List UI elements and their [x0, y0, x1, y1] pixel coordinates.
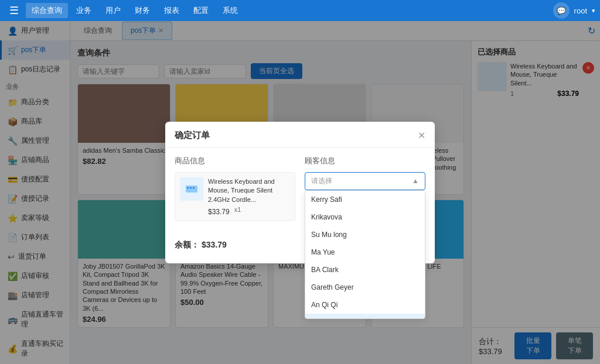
modal-product-qty: x1 [234, 206, 241, 216]
nav-item-财务[interactable]: 财务 [129, 3, 156, 18]
nav-item-报表[interactable]: 报表 [158, 3, 185, 18]
nav-right: 💬 root ▾ [553, 2, 595, 19]
modal-product-price-row: $33.79 x1 [208, 206, 290, 216]
dropdown-option-baclark[interactable]: BA Clark [305, 261, 425, 279]
nav-item-系统[interactable]: 系统 [217, 3, 244, 18]
confirm-order-modal: 确定订单 ✕ 商品信息 Wire [165, 122, 435, 263]
customer-dropdown-container: 请选择 ▲ Kerry Safi Krikavova Su Mu long Ma… [305, 172, 425, 190]
customer-dropdown-select[interactable]: 请选择 ▲ [305, 172, 425, 190]
dropdown-option-krikavova[interactable]: Krikavova [305, 208, 425, 226]
svg-rect-2 [190, 187, 192, 188]
dropdown-option-sumuiong[interactable]: Su Mu long [305, 226, 425, 243]
modal-customer-section-title: 顾客信息 [305, 156, 425, 166]
nav-user-arrow: ▾ [592, 7, 595, 15]
dropdown-arrow-icon: ▲ [412, 177, 419, 185]
modal-total: 余额： $33.79 [175, 240, 227, 250]
keyboard-icon [185, 182, 199, 196]
modal-product-name: Wireless Keyboard and Mouse, Trueque Sil… [208, 177, 290, 204]
modal-product-item: Wireless Keyboard and Mouse, Trueque Sil… [175, 172, 295, 221]
modal-product-text: Wireless Keyboard and Mouse, Trueque Sil… [208, 177, 290, 216]
svg-rect-0 [186, 186, 197, 193]
modal-header: 确定订单 ✕ [165, 122, 435, 147]
dropdown-option-anqiqi[interactable]: An Qi Qi [305, 296, 425, 314]
modal-title: 确定订单 [175, 130, 210, 141]
modal-product-section: 商品信息 Wireless Keyboard and Mouse, Truequ… [175, 156, 295, 221]
top-nav: ☰ 综合查询 业务 用户 财务 报表 配置 系统 💬 root ▾ [0, 0, 600, 21]
dropdown-placeholder: 请选择 [311, 176, 332, 186]
dropdown-option-mayue[interactable]: Ma Yue [305, 243, 425, 261]
modal-product-section-title: 商品信息 [175, 156, 295, 166]
nav-item-用户[interactable]: 用户 [100, 3, 127, 18]
modal-total-value: $33.79 [202, 240, 227, 249]
dropdown-option-gareth[interactable]: Gareth Geyer [305, 279, 425, 296]
svg-rect-1 [187, 187, 189, 188]
nav-user[interactable]: root [574, 6, 587, 15]
modal-customer-section: 顾客信息 请选择 ▲ Kerry Safi Krikavova Su Mu lo… [305, 156, 425, 221]
dropdown-option-kerry[interactable]: Kerry Safi [305, 191, 425, 208]
modal-product-image [180, 177, 203, 201]
svg-rect-3 [193, 187, 195, 188]
modal-overlay: 确定订单 ✕ 商品信息 Wire [0, 21, 600, 364]
dropdown-option-masbate[interactable]: Masbate [305, 314, 425, 319]
nav-item-业务[interactable]: 业务 [70, 3, 97, 18]
modal-close-button[interactable]: ✕ [418, 130, 425, 141]
nav-item-配置[interactable]: 配置 [188, 3, 214, 18]
nav-item-综合查询[interactable]: 综合查询 [26, 3, 68, 18]
chat-icon[interactable]: 💬 [553, 2, 570, 19]
menu-icon[interactable]: ☰ [5, 2, 23, 19]
customer-dropdown-list: Kerry Safi Krikavova Su Mu long Ma Yue B… [305, 190, 425, 319]
modal-total-label: 余额： [175, 240, 199, 249]
modal-body: 商品信息 Wireless Keyboard and Mouse, Truequ… [165, 147, 435, 229]
modal-product-price: $33.79 [208, 208, 230, 216]
